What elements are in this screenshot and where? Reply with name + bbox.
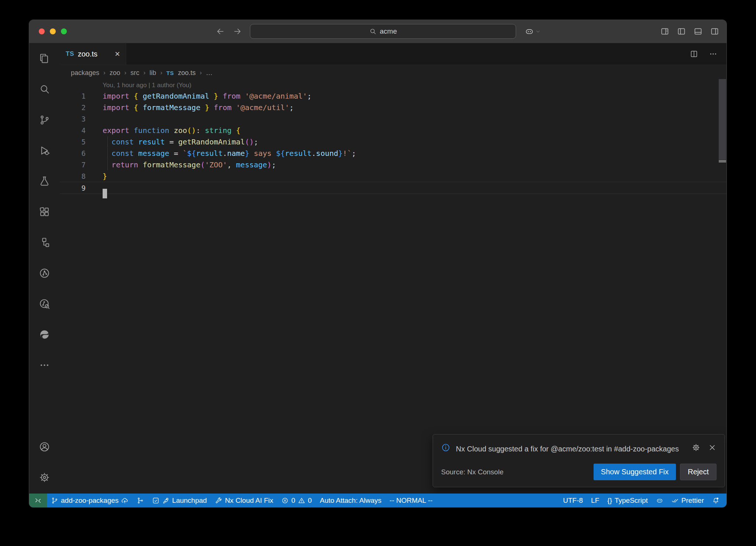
code-line-8[interactable]: 8} bbox=[60, 170, 726, 182]
status-text: Auto Attach: Always bbox=[320, 496, 381, 505]
code-line-1[interactable]: 1import { getRandomAnimal } from '@acme/… bbox=[60, 90, 726, 102]
code-line-9[interactable]: 9 bbox=[60, 182, 726, 194]
remote-indicator[interactable] bbox=[29, 494, 47, 507]
run-debug-icon bbox=[39, 145, 50, 156]
activity-item-extensions[interactable] bbox=[29, 197, 60, 227]
line-number: 5 bbox=[60, 138, 103, 146]
status-item-nx-cloud-ai-fix[interactable]: Nx Cloud AI Fix bbox=[211, 494, 277, 507]
breadcrumb-separator: › bbox=[103, 69, 106, 76]
status-item-eol[interactable]: LF bbox=[587, 494, 603, 507]
typescript-file-icon: TS bbox=[66, 50, 74, 58]
close-button[interactable] bbox=[39, 28, 45, 34]
status-text: Launchpad bbox=[172, 496, 207, 505]
breadcrumb-item-packages[interactable]: packages bbox=[71, 69, 99, 77]
split-editor-icon[interactable] bbox=[690, 50, 698, 58]
error-icon bbox=[281, 497, 289, 504]
close-icon[interactable]: × bbox=[115, 50, 120, 58]
breadcrumb-item-src[interactable]: src bbox=[130, 69, 139, 77]
line-number: 3 bbox=[60, 115, 103, 123]
nav-arrows bbox=[216, 20, 242, 43]
activity-item-account[interactable] bbox=[29, 431, 60, 462]
ellipsis-icon[interactable] bbox=[709, 50, 718, 58]
account-icon bbox=[39, 441, 50, 453]
activity-item-search[interactable] bbox=[29, 74, 60, 105]
customize-layout-icon[interactable] bbox=[660, 27, 669, 36]
wrench-icon bbox=[215, 497, 222, 504]
extensions-icon bbox=[39, 206, 50, 218]
code-line-3[interactable]: 3 bbox=[60, 113, 726, 124]
search-icon bbox=[369, 28, 377, 35]
code-lines: 1import { getRandomAnimal } from '@acme/… bbox=[60, 90, 726, 194]
status-text: TypeScript bbox=[615, 496, 648, 505]
close-icon[interactable] bbox=[708, 443, 717, 452]
status-text: add-zoo-packages bbox=[61, 496, 118, 505]
workbench: TS zoo.ts × packages›zoo›src›lib›TSzoo.t… bbox=[29, 43, 726, 494]
activity-item-graph-search[interactable] bbox=[29, 289, 60, 319]
show-suggested-fix-button[interactable]: Show Suggested Fix bbox=[594, 464, 676, 480]
zoom-button[interactable] bbox=[61, 28, 67, 34]
notification-toast: Nx Cloud suggested a fix for @acme/zoo:t… bbox=[433, 434, 725, 487]
status-text: {} bbox=[607, 496, 612, 505]
scrollbar-thumb[interactable] bbox=[719, 79, 726, 160]
status-item-encoding[interactable]: UTF-8 bbox=[559, 494, 587, 507]
breadcrumb: packages›zoo›src›lib›TSzoo.ts›… bbox=[60, 65, 726, 81]
rocket-icon bbox=[162, 497, 169, 504]
reject-button[interactable]: Reject bbox=[680, 464, 717, 480]
status-item-git-graph[interactable] bbox=[133, 494, 148, 507]
breadcrumb-separator: › bbox=[124, 69, 127, 76]
activity-item-more[interactable] bbox=[29, 350, 60, 381]
code-editor[interactable]: You, 1 hour ago | 1 author (You) 1import… bbox=[60, 81, 726, 494]
code-line-2[interactable]: 2import { formatMessage } from '@acme/ut… bbox=[60, 102, 726, 113]
status-item-problems[interactable]: 00 bbox=[277, 494, 316, 507]
breadcrumb-item-zoo[interactable]: zoo bbox=[110, 69, 120, 77]
graph-search-icon bbox=[39, 298, 50, 310]
settings-gear-icon bbox=[39, 472, 50, 483]
layout-sidebar-left-icon[interactable] bbox=[677, 27, 686, 36]
status-bar-left: add-zoo-packagesLaunchpadNx Cloud AI Fix… bbox=[47, 494, 437, 507]
status-text: Nx Cloud AI Fix bbox=[225, 496, 273, 505]
status-text: 0 bbox=[291, 496, 295, 505]
status-item-notifications[interactable] bbox=[708, 494, 724, 507]
command-center-search[interactable]: acme bbox=[250, 24, 516, 39]
status-item-git-branch[interactable]: add-zoo-packages bbox=[47, 494, 133, 507]
breadcrumb-file[interactable]: zoo.ts bbox=[178, 69, 196, 77]
code-line-6[interactable]: 6 const message = `${result.name} says $… bbox=[60, 147, 726, 159]
code-text: export function zoo(): string { bbox=[103, 126, 726, 135]
gear-icon[interactable] bbox=[692, 443, 700, 452]
launchpad-icon bbox=[152, 497, 159, 504]
status-item-launchpad[interactable]: Launchpad bbox=[148, 494, 211, 507]
activity-bar-bottom bbox=[29, 431, 60, 493]
git-graph-icon bbox=[137, 497, 144, 504]
copilot-menu[interactable] bbox=[525, 20, 540, 43]
forward-arrow-icon[interactable] bbox=[233, 27, 242, 36]
status-item-copilot[interactable] bbox=[652, 494, 667, 507]
status-item-language[interactable]: {}TypeScript bbox=[603, 494, 652, 507]
code-text: import { formatMessage } from '@acme/uti… bbox=[103, 103, 726, 112]
activity-item-source-control[interactable] bbox=[29, 105, 60, 135]
layout-panel-icon[interactable] bbox=[694, 27, 702, 36]
status-bar-right: UTF-8LF{}TypeScriptPrettier bbox=[559, 494, 726, 507]
breadcrumb-item-lib[interactable]: lib bbox=[150, 69, 156, 77]
code-line-4[interactable]: 4export function zoo(): string { bbox=[60, 124, 726, 136]
status-text: Prettier bbox=[681, 496, 704, 505]
activity-item-testing[interactable] bbox=[29, 166, 60, 197]
activity-item-edge-tools[interactable] bbox=[29, 319, 60, 350]
code-text: } bbox=[103, 172, 726, 181]
activity-item-run-debug[interactable] bbox=[29, 135, 60, 166]
layout-sidebar-right-icon[interactable] bbox=[710, 27, 719, 36]
activity-item-nx-console[interactable] bbox=[29, 227, 60, 258]
code-line-7[interactable]: 7 return formatMessage('ZOO', message); bbox=[60, 159, 726, 170]
code-line-5[interactable]: 5 const result = getRandomAnimal(); bbox=[60, 136, 726, 147]
activity-item-settings-gear[interactable] bbox=[29, 462, 60, 493]
breadcrumb-separator: › bbox=[200, 69, 202, 76]
status-item-vim-mode[interactable]: -- NORMAL -- bbox=[385, 494, 436, 507]
status-item-auto-attach[interactable]: Auto Attach: Always bbox=[316, 494, 385, 507]
breadcrumb-overflow[interactable]: … bbox=[206, 69, 213, 77]
minimize-button[interactable] bbox=[50, 28, 56, 34]
status-item-formatter[interactable]: Prettier bbox=[667, 494, 708, 507]
back-arrow-icon[interactable] bbox=[216, 27, 225, 36]
tab-zoo-ts[interactable]: TS zoo.ts × bbox=[60, 43, 126, 65]
activity-item-project-graph[interactable] bbox=[29, 258, 60, 289]
status-text: LF bbox=[591, 496, 599, 505]
activity-item-files[interactable] bbox=[29, 43, 60, 74]
